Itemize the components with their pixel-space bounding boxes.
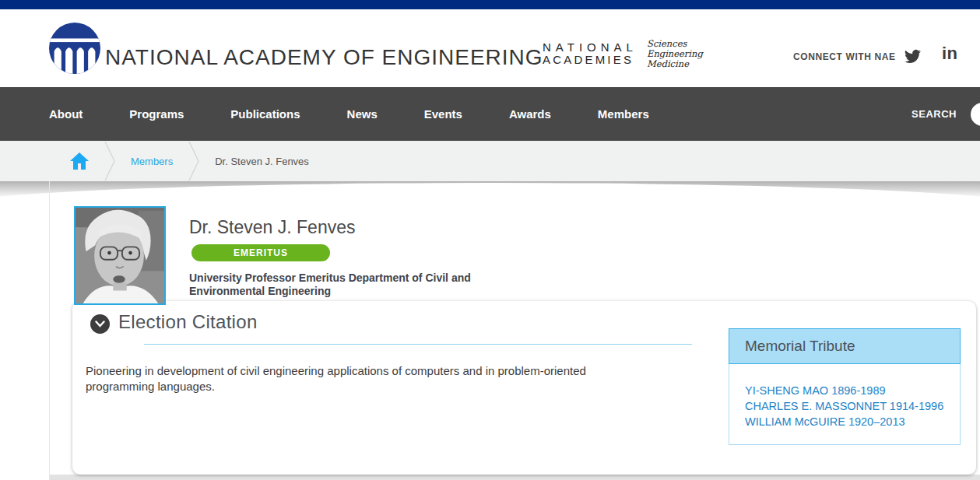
site-title: NATIONAL ACADEMY OF ENGINEERING [105,45,543,70]
main-navigation: About Programs Publications News Events … [0,87,980,141]
national-academies-wordmark: NATIONAL ACADEMIES [543,41,638,66]
nav-item-news[interactable]: News [347,107,378,121]
chevron-separator-icon [188,142,199,180]
nav-item-events[interactable]: Events [424,107,462,121]
breadcrumb-members-link[interactable]: Members [131,156,173,167]
wordmark-line2: ACADEMIES [543,54,638,66]
breadcrumb-current-page: Dr. Steven J. Fenves [215,156,309,167]
chevron-separator-icon [104,142,115,180]
page-curl-shadow [0,181,980,209]
memorial-link-mao[interactable]: YI-SHENG MAO 1896-1989 [745,383,960,398]
collapse-section-button[interactable] [90,314,110,334]
nae-logo[interactable] [49,23,100,74]
election-citation-heading: Election Citation [118,311,258,333]
nae-arches-icon [49,23,100,74]
member-portrait [74,206,166,305]
chevron-down-icon [95,321,105,328]
linkedin-icon[interactable]: in [942,44,958,64]
emeritus-badge: EMERITUS [191,244,330,261]
nav-item-awards[interactable]: Awards [509,107,551,121]
top-navy-bar [0,0,980,9]
content-left-border [49,181,50,480]
member-affiliation: University Professor Emeritus Department… [189,272,512,298]
memorial-tribute-links: YI-SHENG MAO 1896-1989 CHARLES E. MASSON… [729,364,961,445]
search-area: SEARCH [912,87,957,141]
home-icon[interactable] [70,152,89,170]
heading-underline [144,344,692,345]
site-header: NATIONAL ACADEMY OF ENGINEERING NATIONAL… [0,9,980,87]
search-label[interactable]: SEARCH [912,108,957,120]
main-content: Dr. Steven J. Fenves EMERITUS University… [0,181,980,480]
breadcrumb: Members Dr. Steven J. Fenves [0,141,980,181]
wordmark-line1: NATIONAL [543,41,638,54]
memorial-link-mcguire[interactable]: WILLIAM McGUIRE 1920–2013 [745,414,960,429]
nav-item-about[interactable]: About [49,107,83,121]
member-name: Dr. Steven J. Fenves [189,217,355,238]
nav-item-members[interactable]: Members [598,107,649,121]
page: NATIONAL ACADEMY OF ENGINEERING NATIONAL… [0,0,980,480]
portrait-image [76,208,164,303]
memorial-tribute-heading: Memorial Tribute [729,328,961,364]
nav-item-publications[interactable]: Publications [230,107,300,121]
citation-text: Pioneering in development of civil engin… [86,363,654,394]
memorial-tribute-box: Memorial Tribute YI-SHENG MAO 1896-1989 … [729,328,961,445]
division-medicine: Medicine [647,59,703,69]
search-icon[interactable] [971,103,980,126]
academies-divisions: Sciences Engineering Medicine [647,39,703,69]
nav-item-programs[interactable]: Programs [129,107,184,121]
election-citation-card: Election Citation Pioneering in developm… [72,301,976,475]
connect-with-nae-label: CONNECT WITH NAE [793,51,896,62]
twitter-icon[interactable] [903,48,922,65]
memorial-link-massonnet[interactable]: CHARLES E. MASSONNET 1914-1996 [745,398,960,414]
page-bottom-strip [50,475,980,480]
